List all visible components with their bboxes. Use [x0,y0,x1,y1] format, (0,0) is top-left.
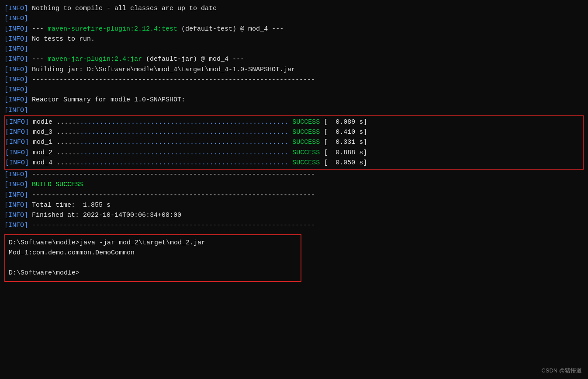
line-3: [INFO] --- maven-surefire-plugin:2.12.4:… [4,24,584,34]
separator-text: ----------------------------------------… [28,75,315,85]
line-text: No tests to run. [28,34,95,44]
module-name: mod_2 ..................................… [29,148,288,158]
command-output-1: Mod_1:com.demo.common.DemoCommon [9,248,297,258]
status-success: SUCCESS [288,158,320,168]
info-tag: [INFO] [4,105,28,115]
info-tag: [INFO] [5,158,29,168]
separator-text: ----------------------------------------… [28,190,315,200]
line-text: --- [28,24,48,34]
command-line-1: D:\Software\modle>java -jar mod_2\target… [9,238,297,248]
reactor-line-mod3: [INFO] mod_3 ...........................… [5,127,583,137]
status-success: SUCCESS [288,148,320,158]
time-text: [ 0.331 s] [320,137,367,147]
line-11: [INFO] [4,105,584,115]
line-2: [INFO] [4,14,584,24]
line-7: [INFO] Building jar: D:\Software\modle\m… [4,65,584,75]
command-prompt-2: D:\Software\modle> [9,268,80,278]
info-tag: [INFO] [5,148,29,158]
module-name: mod_4 ..................................… [29,158,288,168]
build-success-line: [INFO] BUILD SUCCESS [4,180,584,190]
line-6: [INFO] --- maven-jar-plugin:2.4:jar (def… [4,54,584,64]
time-text: [ 0.410 s] [320,127,367,137]
line-text: Nothing to compile - all classes are up … [28,3,217,14]
info-tag: [INFO] [4,14,28,24]
line-1: [INFO] Nothing to compile - all classes … [4,3,584,14]
info-tag: [INFO] [4,65,28,75]
module-name: modle ..................................… [29,117,288,127]
finished-at-text: Finished at: 2022-10-14T00:06:34+08:00 [28,210,181,220]
info-tag: [INFO] [4,170,28,180]
output-text-1: Mod_1:com.demo.common.DemoCommon [9,248,135,258]
after-reactor-6: [INFO] ---------------------------------… [4,220,584,230]
info-tag: [INFO] [4,85,28,95]
info-tag: [INFO] [4,75,28,85]
info-tag: [INFO] [4,210,28,220]
line-text: Building jar: D:\Software\modle\mod_4\ta… [28,65,295,75]
info-tag: [INFO] [4,220,28,230]
total-time-text: Total time: 1.855 s [28,200,111,210]
time-text: [ 0.888 s] [320,148,367,158]
reactor-line-mod1: [INFO] mod_1 ...........................… [5,137,583,147]
plugin-name: maven-jar-plugin:2.4:jar [48,54,142,64]
command-line-2: D:\Software\modle> [9,268,297,278]
time-text: [ 0.089 s] [320,117,367,127]
line-text: --- [28,54,48,64]
command-prompt-1: D:\Software\modle>java -jar mod_2\target… [9,238,205,248]
time-text: [ 0.050 s] [320,158,367,168]
info-tag: [INFO] [5,117,29,127]
reactor-line-mod2: [INFO] mod_2 ...........................… [5,148,583,158]
reactor-summary-box: [INFO] modle ...........................… [4,115,584,170]
after-reactor-1: [INFO] ---------------------------------… [4,170,584,180]
info-tag: [INFO] [4,44,28,54]
info-tag: [INFO] [5,127,29,137]
reactor-line-modle: [INFO] modle ...........................… [5,117,583,127]
finished-at-line: [INFO] Finished at: 2022-10-14T00:06:34+… [4,210,584,220]
info-tag: [INFO] [4,200,28,210]
info-tag: [INFO] [4,3,28,14]
module-name: mod_1 ..................................… [29,137,288,147]
after-reactor-3: [INFO] ---------------------------------… [4,190,584,200]
status-success: SUCCESS [288,137,320,147]
separator-text: ----------------------------------------… [28,170,315,180]
info-tag: [INFO] [4,24,28,34]
line-text: (default-test) @ mod_4 --- [177,24,284,34]
status-success: SUCCESS [288,127,320,137]
reactor-line-mod4: [INFO] mod_4 ...........................… [5,158,583,168]
line-text: (default-jar) @ mod_4 --- [142,54,244,64]
info-tag: [INFO] [4,34,28,44]
info-tag: [INFO] [4,54,28,64]
line-4: [INFO] No tests to run. [4,34,584,44]
build-success-text: BUILD SUCCESS [28,180,83,190]
module-name: mod_3 ..................................… [29,127,288,137]
line-text: Reactor Summary for modle 1.0-SNAPSHOT: [28,95,185,105]
csdn-watermark: CSDN @猪悟道 [541,367,582,375]
info-tag: [INFO] [4,190,28,200]
command-output-box: D:\Software\modle>java -jar mod_2\target… [4,234,301,282]
info-tag: [INFO] [4,95,28,105]
status-success: SUCCESS [288,117,320,127]
line-8: [INFO] ---------------------------------… [4,75,584,85]
separator-text: ----------------------------------------… [28,220,315,230]
blank-line [9,258,297,268]
line-10: [INFO] Reactor Summary for modle 1.0-SNA… [4,95,584,105]
line-5: [INFO] [4,44,584,54]
plugin-name: maven-surefire-plugin:2.12.4:test [48,24,177,34]
info-tag: [INFO] [4,180,28,190]
info-tag: [INFO] [5,137,29,147]
total-time-line: [INFO] Total time: 1.855 s [4,200,584,210]
line-9: [INFO] [4,85,584,95]
terminal-window: [INFO] Nothing to compile - all classes … [0,0,588,379]
